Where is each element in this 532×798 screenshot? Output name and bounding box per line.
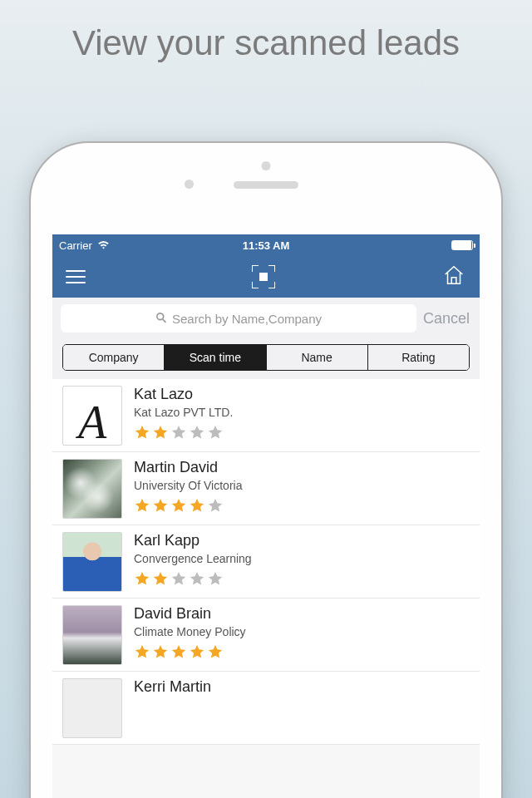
- avatar: [62, 459, 122, 519]
- star-empty-icon: [207, 497, 224, 517]
- avatar: [62, 678, 122, 738]
- lead-info: David BrainClimate Money Policy: [134, 605, 470, 663]
- lead-row[interactable]: David BrainClimate Money Policy: [52, 598, 480, 672]
- search-input[interactable]: Search by Name,Company: [61, 304, 416, 332]
- lead-company: Kat Lazo PVT LTD.: [134, 406, 470, 419]
- search-placeholder: Search by Name,Company: [172, 312, 322, 326]
- menu-icon[interactable]: [66, 270, 86, 283]
- star-filled-icon: [170, 643, 187, 663]
- lead-row[interactable]: Kerri Martin: [52, 672, 480, 745]
- star-filled-icon: [189, 497, 205, 517]
- battery-icon: [451, 240, 473, 250]
- lead-row[interactable]: Martin DavidUniversity Of Victoria: [52, 452, 480, 525]
- marketing-title: View your scanned leads: [0, 0, 532, 78]
- scan-icon[interactable]: [252, 265, 275, 288]
- phone-camera: [185, 180, 194, 189]
- leads-list: AKat LazoKat Lazo PVT LTD.Martin DavidUn…: [52, 379, 480, 745]
- lead-name: Martin David: [134, 459, 470, 476]
- lead-info: Martin DavidUniversity Of Victoria: [134, 459, 470, 517]
- star-empty-icon: [170, 424, 187, 444]
- star-filled-icon: [152, 570, 169, 590]
- rating-stars: [134, 643, 470, 663]
- sort-tab-company[interactable]: Company: [63, 345, 165, 370]
- phone-sensor: [262, 161, 271, 170]
- lead-row[interactable]: AKat LazoKat Lazo PVT LTD.: [52, 379, 480, 452]
- lead-company: Climate Money Policy: [134, 625, 470, 638]
- lead-info: Kat LazoKat Lazo PVT LTD.: [134, 386, 470, 444]
- status-time: 11:53 AM: [243, 239, 290, 252]
- lead-name: David Brain: [134, 605, 470, 623]
- sort-tab-scan-time[interactable]: Scan time: [165, 345, 266, 370]
- sort-tab-name[interactable]: Name: [267, 345, 368, 370]
- rating-stars: [134, 570, 470, 590]
- rating-stars: [134, 424, 470, 444]
- search-row: Search by Name,Company Cancel: [52, 298, 480, 339]
- star-empty-icon: [170, 570, 187, 590]
- carrier-label: Carrier: [59, 239, 92, 252]
- star-empty-icon: [189, 424, 205, 444]
- lead-name: Karl Kapp: [134, 532, 470, 549]
- star-empty-icon: [207, 424, 224, 444]
- rating-stars: [134, 497, 470, 517]
- star-filled-icon: [134, 570, 150, 590]
- star-filled-icon: [170, 497, 187, 517]
- sort-tab-rating[interactable]: Rating: [368, 345, 469, 370]
- star-filled-icon: [207, 643, 224, 663]
- nav-bar: [52, 256, 480, 298]
- home-icon[interactable]: [441, 263, 466, 291]
- lead-row[interactable]: Karl KappConvergence Learning: [52, 525, 480, 598]
- star-filled-icon: [152, 424, 169, 444]
- search-icon: [155, 312, 167, 326]
- star-empty-icon: [207, 570, 224, 590]
- avatar: [62, 532, 122, 592]
- sort-segment: CompanyScan timeNameRating: [62, 344, 470, 371]
- status-bar: Carrier 11:53 AM: [52, 234, 480, 256]
- star-filled-icon: [134, 497, 150, 517]
- lead-company: Convergence Learning: [134, 552, 470, 565]
- star-empty-icon: [189, 570, 205, 590]
- cancel-button[interactable]: Cancel: [423, 310, 473, 328]
- lead-company: University Of Victoria: [134, 479, 470, 492]
- star-filled-icon: [134, 424, 150, 444]
- wifi-icon: [97, 239, 110, 252]
- avatar: A: [62, 386, 122, 446]
- sort-segment-wrap: CompanyScan timeNameRating: [52, 339, 480, 379]
- lead-name: Kerri Martin: [134, 678, 470, 696]
- star-filled-icon: [152, 643, 169, 663]
- lead-name: Kat Lazo: [134, 386, 470, 403]
- app-screen: Carrier 11:53 AM: [52, 234, 480, 798]
- avatar: [62, 605, 122, 665]
- star-filled-icon: [189, 643, 205, 663]
- lead-info: Karl KappConvergence Learning: [134, 532, 470, 590]
- lead-info: Kerri Martin: [134, 678, 470, 698]
- phone-speaker: [234, 181, 298, 189]
- star-filled-icon: [152, 497, 169, 517]
- star-filled-icon: [134, 643, 150, 663]
- phone-frame: Carrier 11:53 AM: [29, 141, 503, 798]
